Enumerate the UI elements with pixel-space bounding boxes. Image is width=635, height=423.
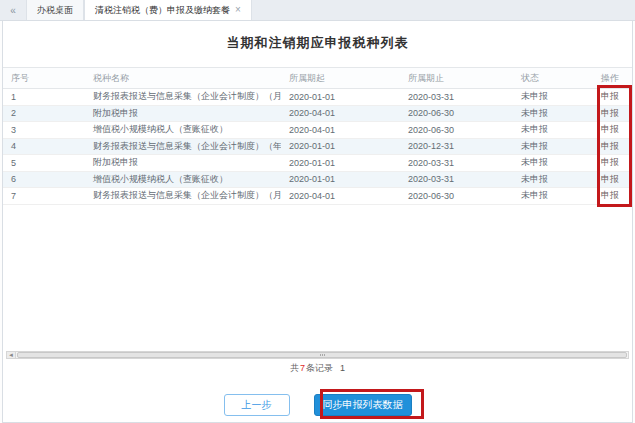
tax-type-name: 附加税申报 <box>85 156 281 169</box>
table-header-row: 序号 税种名称 所属期起 所属期止 状态 操作 <box>3 67 632 89</box>
col-header-no: 序号 <box>3 72 85 85</box>
record-count-suffix: 条记录 <box>306 363 333 373</box>
tab-bar: « 办税桌面 清税注销税（费）申报及缴纳套餐 × <box>0 0 635 21</box>
table-row: 3增值税小规模纳税人（查账征收）2020-04-012020-06-30未申报申… <box>3 122 632 139</box>
collapse-tabs-icon[interactable]: « <box>0 0 26 20</box>
table-row: 1财务报表报送与信息采集（企业会计制度）（月季）2020-01-012020-0… <box>3 89 632 106</box>
tax-type-name: 增值税小规模纳税人（查账征收） <box>85 123 281 136</box>
table-row: 6增值税小规模纳税人（查账征收）2020-01-012020-03-31未申报申… <box>3 172 632 189</box>
previous-step-button[interactable]: 上一步 <box>224 394 290 416</box>
period-end: 2020-06-30 <box>400 108 513 118</box>
col-header-action: 操作 <box>593 72 632 85</box>
row-number: 1 <box>3 92 85 102</box>
scrollbar-grip-icon <box>318 354 326 356</box>
period-end: 2020-06-30 <box>400 125 513 135</box>
declare-link[interactable]: 申报 <box>593 156 632 169</box>
scrollbar-thumb[interactable] <box>17 352 627 358</box>
row-number: 3 <box>3 125 85 135</box>
period-end: 2020-06-30 <box>400 191 513 201</box>
period-end: 2020-03-31 <box>400 158 513 168</box>
status-text: 未申报 <box>513 189 593 202</box>
status-text: 未申报 <box>513 140 593 153</box>
table-row: 5附加税申报2020-01-012020-03-31未申报申报 <box>3 155 632 172</box>
status-text: 未申报 <box>513 156 593 169</box>
record-count-number: 7 <box>299 363 306 373</box>
tax-type-name: 增值税小规模纳税人（查账征收） <box>85 173 281 186</box>
status-text: 未申报 <box>513 173 593 186</box>
sync-declaration-list-button[interactable]: 同步申报列表数据 <box>314 394 412 416</box>
tax-type-name: 附加税申报 <box>85 107 281 120</box>
period-end: 2020-03-31 <box>400 174 513 184</box>
tax-type-name: 财务报表报送与信息采集（企业会计制度）（月季） <box>85 90 281 103</box>
period-start: 2020-04-01 <box>281 125 400 135</box>
declare-link[interactable]: 申报 <box>593 90 632 103</box>
declare-link[interactable]: 申报 <box>593 123 632 136</box>
tab-tax-desktop[interactable]: 办税桌面 <box>26 0 84 20</box>
record-count-prefix: 共 <box>290 363 299 373</box>
record-count: 共7条记录1 <box>3 362 632 375</box>
period-start: 2020-01-01 <box>281 141 400 151</box>
app-window: « 办税桌面 清税注销税（费）申报及缴纳套餐 × 当期和注销期应申报税种列表 序… <box>0 0 635 423</box>
period-start: 2020-04-01 <box>281 108 400 118</box>
tab-label: 办税桌面 <box>37 4 73 17</box>
col-header-name: 税种名称 <box>85 72 281 85</box>
horizontal-scrollbar[interactable]: ◄ <box>6 351 629 359</box>
main-panel: 当期和注销期应申报税种列表 序号 税种名称 所属期起 所属期止 状态 操作 1财… <box>2 21 633 423</box>
status-text: 未申报 <box>513 90 593 103</box>
status-text: 未申报 <box>513 123 593 136</box>
period-start: 2020-04-01 <box>281 191 400 201</box>
table-row: 2附加税申报2020-04-012020-06-30未申报申报 <box>3 106 632 123</box>
tab-label: 清税注销税（费）申报及缴纳套餐 <box>95 4 230 17</box>
period-end: 2020-03-31 <box>400 92 513 102</box>
declare-link[interactable]: 申报 <box>593 173 632 186</box>
declare-link[interactable]: 申报 <box>593 140 632 153</box>
tab-cancellation-package[interactable]: 清税注销税（费）申报及缴纳套餐 × <box>84 0 252 20</box>
declare-link[interactable]: 申报 <box>593 189 632 202</box>
table-row: 7财务报表报送与信息采集（企业会计制度）（月季）2020-04-012020-0… <box>3 188 632 205</box>
page-number[interactable]: 1 <box>340 363 345 373</box>
col-header-end: 所属期止 <box>400 72 513 85</box>
close-tab-icon[interactable]: × <box>235 5 241 15</box>
period-start: 2020-01-01 <box>281 174 400 184</box>
row-number: 7 <box>3 191 85 201</box>
table-row: 4财务报表报送与信息采集（企业会计制度）（年度）2020-01-012020-1… <box>3 139 632 156</box>
period-end: 2020-12-31 <box>400 141 513 151</box>
row-number: 6 <box>3 174 85 184</box>
period-start: 2020-01-01 <box>281 158 400 168</box>
tax-type-name: 财务报表报送与信息采集（企业会计制度）（月季） <box>85 189 281 202</box>
tax-types-table: 序号 税种名称 所属期起 所属期止 状态 操作 1财务报表报送与信息采集（企业会… <box>3 67 632 205</box>
period-start: 2020-01-01 <box>281 92 400 102</box>
row-number: 2 <box>3 108 85 118</box>
footer-actions: 上一步 同步申报列表数据 <box>3 393 632 417</box>
col-header-start: 所属期起 <box>281 72 400 85</box>
page-title: 当期和注销期应申报税种列表 <box>3 34 632 52</box>
declare-link[interactable]: 申报 <box>593 107 632 120</box>
status-text: 未申报 <box>513 107 593 120</box>
table-body: 1财务报表报送与信息采集（企业会计制度）（月季）2020-01-012020-0… <box>3 89 632 205</box>
scroll-left-arrow-icon[interactable]: ◄ <box>7 352 16 358</box>
row-number: 4 <box>3 141 85 151</box>
row-number: 5 <box>3 158 85 168</box>
tax-type-name: 财务报表报送与信息采集（企业会计制度）（年度） <box>85 140 281 153</box>
col-header-status: 状态 <box>513 72 593 85</box>
